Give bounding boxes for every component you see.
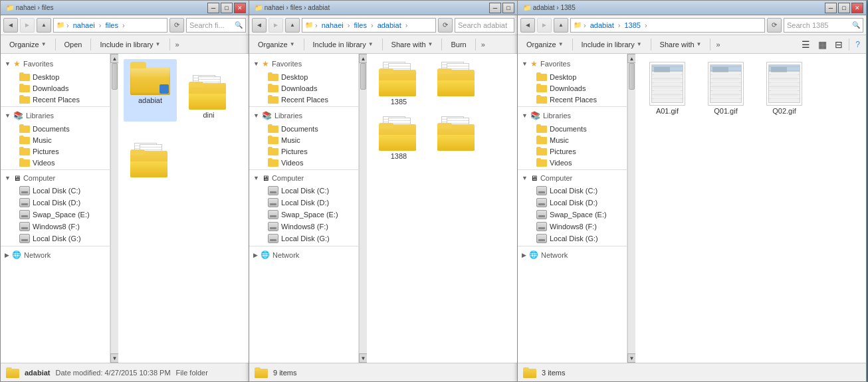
- up-btn-2[interactable]: ▲: [285, 18, 300, 33]
- sidebar-music-3[interactable]: Music: [523, 134, 627, 145]
- share-with-btn-3[interactable]: Share with ▼: [654, 37, 708, 52]
- sidebar-drive-c-3[interactable]: Local Disk (C:): [523, 185, 627, 197]
- sidebar-desktop-3[interactable]: Desktop: [523, 71, 627, 82]
- forward-btn-3[interactable]: ►: [537, 18, 552, 33]
- libraries-header-3[interactable]: ▼ 📚 Libraries: [518, 108, 627, 123]
- favorites-header-2[interactable]: ▼ ★ Favorites: [249, 56, 358, 71]
- sidebar-desktop-1[interactable]: Desktop: [6, 71, 110, 82]
- maximize-btn-1[interactable]: □: [221, 3, 233, 13]
- sidebar-drive-f-1[interactable]: Windows8 (F:): [6, 221, 110, 233]
- more-btn-2[interactable]: »: [479, 41, 488, 48]
- file-a01[interactable]: A01.gif: [641, 59, 694, 118]
- sidebar-drive-g-3[interactable]: Local Disk (G:): [523, 233, 627, 244]
- computer-header-1[interactable]: ▼ 🖥 Computer: [1, 171, 110, 185]
- sidebar-recent-2[interactable]: Recent Places: [255, 94, 358, 105]
- search-field-3[interactable]: Search 1385 🔍: [784, 18, 863, 33]
- bc-adabiat-3[interactable]: adabiat: [588, 21, 616, 30]
- bc-files[interactable]: files: [103, 21, 120, 30]
- refresh-btn-2[interactable]: ⟳: [438, 18, 453, 33]
- refresh-btn-3[interactable]: ⟳: [767, 18, 782, 33]
- folder-partial-2[interactable]: [431, 59, 484, 108]
- scroll-thumb-2[interactable]: [360, 63, 366, 90]
- share-with-btn-2[interactable]: Share with ▼: [385, 37, 439, 52]
- sidebar-videos-3[interactable]: Videos: [523, 157, 627, 168]
- folder-adabiat[interactable]: adabiat: [124, 59, 177, 122]
- sidebar-desktop-2[interactable]: Desktop: [255, 71, 358, 82]
- back-btn-1[interactable]: ◄: [3, 18, 18, 33]
- close-btn-3[interactable]: ✕: [851, 3, 863, 13]
- maximize-btn-3[interactable]: □: [838, 3, 850, 13]
- sidebar-drive-c-1[interactable]: Local Disk (C:): [6, 185, 110, 197]
- search-field-1[interactable]: Search fi... 🔍: [186, 18, 246, 33]
- sidebar-scrollbar-3[interactable]: ▲ ▼: [627, 54, 635, 363]
- network-header-3[interactable]: ▶ 🌐 Network: [518, 248, 627, 262]
- sidebar-documents-2[interactable]: Documents: [255, 123, 358, 134]
- address-field-3[interactable]: 📁 › adabiat › 1385 ›: [570, 18, 765, 33]
- include-library-btn-2[interactable]: Include in library ▼: [307, 37, 380, 52]
- sidebar-drive-g-1[interactable]: Local Disk (G:): [6, 233, 110, 244]
- favorites-header-1[interactable]: ▼ ★ Favorites: [1, 56, 110, 71]
- refresh-btn-1[interactable]: ⟳: [169, 18, 184, 33]
- sidebar-pictures-3[interactable]: Pictures: [523, 145, 627, 157]
- search-icon-3[interactable]: 🔍: [852, 21, 860, 29]
- include-library-btn-1[interactable]: Include in library ▼: [94, 37, 166, 52]
- preview-btn-3[interactable]: ▦: [815, 37, 830, 52]
- bc-files-2[interactable]: files: [352, 21, 369, 30]
- search-icon-1[interactable]: 🔍: [235, 21, 243, 29]
- sidebar-drive-d-3[interactable]: Local Disk (D:): [523, 197, 627, 209]
- address-field-2[interactable]: 📁 › nahaei › files › adabiat ›: [302, 18, 436, 33]
- more-btn-1[interactable]: »: [173, 41, 182, 48]
- sidebar-downloads-1[interactable]: Downloads: [6, 82, 110, 94]
- favorites-header-3[interactable]: ▼ ★ Favorites: [518, 56, 627, 71]
- bc-nahaei-2[interactable]: nahaei: [320, 21, 346, 30]
- computer-header-3[interactable]: ▼ 🖥 Computer: [518, 171, 627, 185]
- computer-header-2[interactable]: ▼ 🖥 Computer: [249, 171, 358, 185]
- back-btn-2[interactable]: ◄: [252, 18, 267, 33]
- forward-btn-1[interactable]: ►: [20, 18, 35, 33]
- sidebar-music-1[interactable]: Music: [6, 134, 110, 145]
- sidebar-recent-1[interactable]: Recent Places: [6, 94, 110, 105]
- sidebar-documents-3[interactable]: Documents: [523, 123, 627, 134]
- sidebar-drive-e-2[interactable]: Swap_Space (E:): [255, 209, 358, 221]
- burn-btn-2[interactable]: Burn: [445, 37, 472, 52]
- maximize-btn-2[interactable]: □: [502, 3, 514, 13]
- sidebar-drive-e-3[interactable]: Swap_Space (E:): [523, 209, 627, 221]
- sidebar-videos-1[interactable]: Videos: [6, 157, 110, 168]
- scroll-thumb-3[interactable]: [629, 63, 635, 90]
- back-btn-3[interactable]: ◄: [520, 18, 535, 33]
- sidebar-downloads-2[interactable]: Downloads: [255, 82, 358, 94]
- close-btn-1[interactable]: ✕: [234, 3, 246, 13]
- folder-1388[interactable]: 1388: [372, 114, 425, 163]
- sidebar-documents-1[interactable]: Documents: [6, 123, 110, 134]
- organize-btn-2[interactable]: Organize ▼: [252, 37, 301, 52]
- include-library-btn-3[interactable]: Include in library ▼: [576, 37, 648, 52]
- bc-nahaei[interactable]: nahaei: [71, 21, 97, 30]
- sidebar-drive-d-2[interactable]: Local Disk (D:): [255, 197, 358, 209]
- sidebar-scrollbar-2[interactable]: ▲ ▼: [359, 54, 367, 363]
- up-btn-3[interactable]: ▲: [554, 18, 568, 33]
- libraries-header-1[interactable]: ▼ 📚 Libraries: [1, 108, 110, 123]
- sidebar-drive-g-2[interactable]: Local Disk (G:): [255, 233, 358, 244]
- network-header-2[interactable]: ▶ 🌐 Network: [249, 248, 358, 262]
- sidebar-drive-f-2[interactable]: Windows8 (F:): [255, 221, 358, 233]
- open-btn-1[interactable]: Open: [58, 37, 88, 52]
- minimize-btn-1[interactable]: ─: [207, 3, 219, 13]
- view-btn-3[interactable]: ☰: [798, 37, 814, 52]
- details-btn-3[interactable]: ⊟: [831, 37, 846, 52]
- scroll-thumb-1[interactable]: [112, 63, 118, 90]
- sidebar-drive-d-1[interactable]: Local Disk (D:): [6, 197, 110, 209]
- sidebar-pictures-2[interactable]: Pictures: [255, 145, 358, 157]
- more-btn-3[interactable]: »: [713, 41, 722, 48]
- bc-1385-3[interactable]: 1385: [622, 21, 642, 30]
- sidebar-pictures-1[interactable]: Pictures: [6, 145, 110, 157]
- search-field-2[interactable]: Search adabiat: [455, 18, 514, 33]
- sidebar-music-2[interactable]: Music: [255, 134, 358, 145]
- folder-dini[interactable]: dini: [182, 72, 235, 122]
- minimize-btn-3[interactable]: ─: [825, 3, 837, 13]
- sidebar-scrollbar-1[interactable]: ▲ ▼: [110, 54, 118, 363]
- sidebar-drive-c-2[interactable]: Local Disk (C:): [255, 185, 358, 197]
- sidebar-drive-e-1[interactable]: Swap_Space (E:): [6, 209, 110, 221]
- help-btn-3[interactable]: ?: [852, 37, 863, 52]
- folder-third-1[interactable]: [124, 140, 177, 181]
- address-field-1[interactable]: 📁 › nahaei › files ›: [53, 18, 167, 33]
